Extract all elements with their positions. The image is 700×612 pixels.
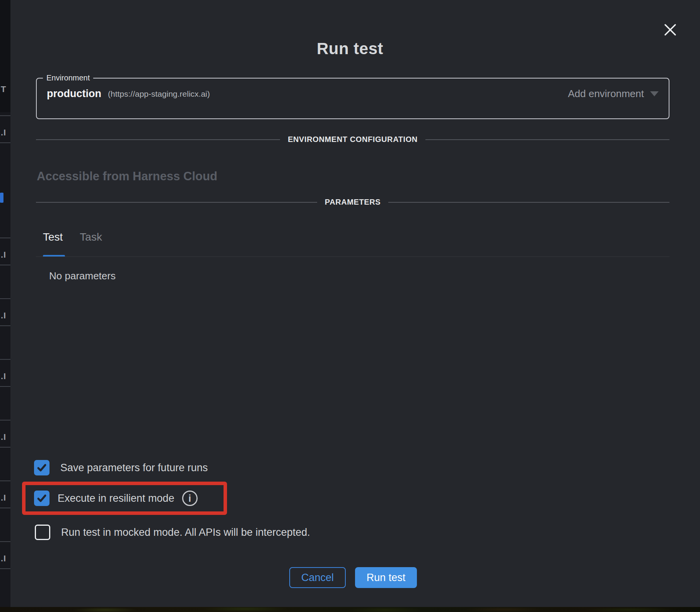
close-icon[interactable] <box>662 22 678 38</box>
accessible-note: Accessible from Harness Cloud <box>37 169 217 183</box>
background-text-fragment: .I <box>1 311 6 321</box>
environment-name: production <box>47 88 101 100</box>
background-text-fragment: .I <box>1 493 6 503</box>
background-row-divider <box>0 568 10 569</box>
background-row-divider <box>0 447 10 448</box>
background-row-divider <box>0 115 10 116</box>
add-environment-label: Add environment <box>568 88 644 100</box>
no-parameters-text: No parameters <box>49 270 116 282</box>
background-row-divider <box>0 142 10 143</box>
divider-line <box>36 139 280 140</box>
mocked-mode-checkbox-row[interactable]: Run test in mocked mode. All APIs will b… <box>35 524 310 541</box>
background-row-divider <box>0 480 10 481</box>
background-row-divider <box>0 359 10 360</box>
background-row-divider <box>0 238 10 238</box>
divider-line <box>388 202 669 203</box>
environment-legend: Environment <box>43 74 93 82</box>
background-text-fragment: .I <box>1 250 6 260</box>
checkbox-label: Execute in resilient mode <box>58 492 174 504</box>
background-photo-strip <box>0 607 700 612</box>
environment-selector[interactable]: Environment production (https://app-stag… <box>36 74 669 119</box>
background-row-divider <box>0 386 10 387</box>
background-row-divider <box>0 325 10 326</box>
parameters-tabs: Test Task <box>43 231 102 243</box>
tab-task[interactable]: Task <box>80 231 102 243</box>
checkbox[interactable] <box>34 460 50 475</box>
background-row-divider <box>0 508 10 508</box>
cancel-button[interactable]: Cancel <box>289 567 346 588</box>
background-text-fragment: T <box>1 84 6 94</box>
background-row-divider <box>0 265 10 265</box>
environment-configuration-divider: ENVIRONMENT CONFIGURATION <box>36 135 669 144</box>
divider-line <box>425 139 669 140</box>
environment-configuration-heading: ENVIRONMENT CONFIGURATION <box>280 135 425 144</box>
background-row-divider <box>0 298 10 299</box>
checkmark-icon <box>36 493 47 504</box>
background-text-fragment: .I <box>1 128 6 138</box>
run-test-dialog: T.I.I.I.I.I.I.I Run test Environment pro… <box>0 0 700 612</box>
dialog-footer: Cancel Run test <box>289 567 417 588</box>
info-icon[interactable]: i <box>182 491 198 506</box>
checkbox-label: Run test in mocked mode. All APIs will b… <box>61 527 310 538</box>
background-row-divider <box>0 420 10 421</box>
run-test-button[interactable]: Run test <box>355 567 417 588</box>
page-title: Run test <box>0 39 700 58</box>
save-parameters-checkbox-row[interactable]: Save parameters for future runs <box>34 459 208 476</box>
checkbox[interactable] <box>34 491 50 506</box>
checkbox-label: Save parameters for future runs <box>60 462 208 474</box>
checkmark-icon <box>36 462 47 473</box>
tab-test[interactable]: Test <box>43 231 63 243</box>
parameters-divider: PARAMETERS <box>36 198 669 207</box>
background-page-sliver: T.I.I.I.I.I.I.I <box>0 0 10 607</box>
background-row-divider <box>0 541 10 542</box>
background-text-fragment: .I <box>1 554 6 564</box>
resilient-mode-highlight-box[interactable]: Execute in resilient mode i <box>22 482 227 515</box>
parameters-heading: PARAMETERS <box>317 198 389 207</box>
add-environment-button[interactable]: Add environment <box>568 88 659 100</box>
background-text-fragment: .I <box>1 371 6 381</box>
tabs-divider-line <box>36 256 669 257</box>
background-text-fragment: .I <box>1 432 6 442</box>
background-blue-fragment <box>0 193 3 203</box>
checkbox[interactable] <box>35 525 50 540</box>
chevron-down-icon <box>650 91 659 96</box>
environment-url: (https://app-staging.relicx.ai) <box>108 89 210 99</box>
divider-line <box>36 202 317 203</box>
